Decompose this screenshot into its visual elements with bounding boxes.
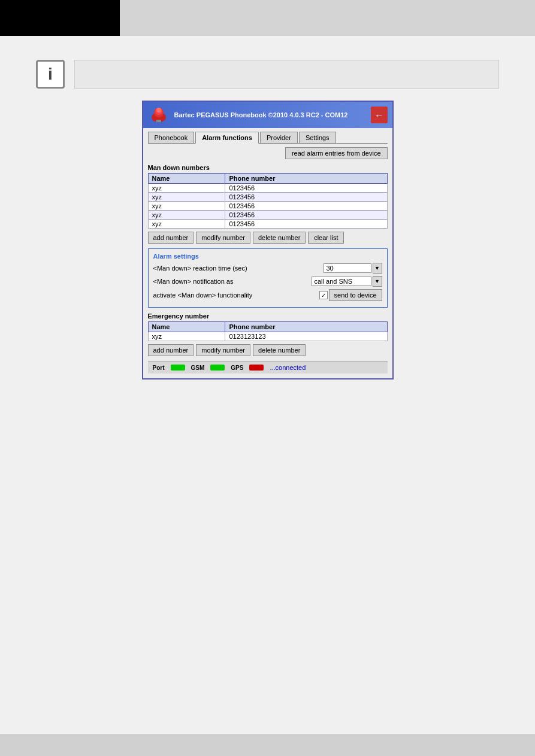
tab-provider[interactable]: Provider	[260, 132, 298, 143]
read-alarm-button[interactable]: read alarm entries from device	[285, 147, 388, 159]
phonebook-dialog: Bartec PEGASUS Phonebook ©2010 4.0.3 RC2…	[142, 101, 394, 379]
reaction-time-label: <Man down> reaction time (sec)	[153, 265, 324, 272]
row-name: xyz	[148, 184, 225, 193]
emerg-delete-button[interactable]: delete number	[253, 344, 306, 356]
emerg-col-phone: Phone number	[225, 322, 387, 332]
tab-alarm-functions[interactable]: Alarm functions	[195, 132, 259, 144]
table-row[interactable]: xyz0123456	[148, 202, 387, 211]
reaction-time-field-group: ▼	[324, 263, 382, 274]
notification-field-group: ▼	[312, 276, 382, 287]
exit-icon[interactable]: ←	[371, 107, 388, 123]
tab-phonebook[interactable]: Phonebook	[148, 132, 195, 143]
tabs-bar: Phonebook Alarm functions Provider Setti…	[148, 132, 388, 144]
info-section: i	[36, 60, 499, 89]
dialog-title-text: Bartec PEGASUS Phonebook ©2010 4.0.3 RC2…	[174, 111, 348, 119]
gsm-indicator	[210, 365, 225, 371]
modify-number-button[interactable]: modify number	[196, 232, 250, 244]
row-name: xyz	[148, 202, 225, 211]
dialog-body: Phonebook Alarm functions Provider Setti…	[143, 128, 392, 378]
activate-field-group: ✓ send to device	[319, 289, 382, 301]
col-name: Name	[148, 174, 225, 184]
row-name: xyz	[148, 332, 225, 341]
status-bar: Port GSM GPS ...connected	[148, 361, 388, 374]
emergency-section-label: Emergency number	[148, 312, 388, 320]
activate-checkbox[interactable]: ✓	[319, 291, 328, 299]
activate-row: activate <Man down> functionality ✓ send…	[153, 289, 382, 301]
info-text-box	[74, 60, 499, 89]
table-row[interactable]: xyz0123456	[148, 184, 387, 193]
emerg-add-button[interactable]: add number	[148, 344, 194, 356]
reaction-time-dropdown[interactable]: ▼	[373, 263, 382, 274]
man-down-btn-row: add number modify number delete number c…	[148, 232, 388, 244]
table-row[interactable]: xyz0123456	[148, 211, 387, 220]
add-number-button[interactable]: add number	[148, 232, 194, 244]
man-down-section-label: Man down numbers	[148, 164, 388, 171]
table-row[interactable]: xyz0123456	[148, 193, 387, 202]
delete-number-button[interactable]: delete number	[253, 232, 306, 244]
row-phone: 0123456	[225, 193, 387, 202]
row-name: xyz	[148, 220, 225, 229]
svg-text:←: ←	[374, 110, 384, 120]
gsm-label: GSM	[191, 365, 205, 371]
row-name: xyz	[148, 193, 225, 202]
notification-label: <Man down> notification as	[153, 278, 312, 285]
row-phone: 0123456	[225, 220, 387, 229]
gps-indicator	[249, 365, 264, 371]
header-black-area	[0, 0, 120, 36]
reaction-time-input[interactable]	[324, 263, 371, 273]
table-row[interactable]: xyz0123456	[148, 220, 387, 229]
svg-rect-3	[156, 120, 161, 122]
send-to-device-button[interactable]: send to device	[329, 289, 382, 301]
gps-label: GPS	[231, 365, 243, 371]
port-indicator	[171, 365, 185, 371]
alarm-settings-title: Alarm settings	[153, 253, 382, 260]
col-phone: Phone number	[225, 174, 387, 184]
tab-settings[interactable]: Settings	[299, 132, 336, 143]
dialog-wrapper: Bartec PEGASUS Phonebook ©2010 4.0.3 RC2…	[0, 101, 535, 379]
alarm-light-icon	[148, 104, 170, 126]
info-icon: i	[36, 60, 65, 89]
man-down-table: Name Phone number xyz0123456xyz0123456xy…	[148, 173, 388, 229]
alarm-settings-box: Alarm settings <Man down> reaction time …	[148, 248, 388, 308]
emerg-col-name: Name	[148, 322, 225, 332]
connected-text: ...connected	[270, 364, 306, 371]
emergency-btn-row: add number modify number delete number	[148, 344, 388, 356]
svg-point-4	[156, 108, 161, 113]
notification-dropdown[interactable]: ▼	[373, 276, 382, 287]
dialog-title-bar: Bartec PEGASUS Phonebook ©2010 4.0.3 RC2…	[143, 102, 392, 128]
notification-row: <Man down> notification as ▼	[153, 276, 382, 287]
row-phone: 0123123123	[225, 332, 387, 341]
activate-label: activate <Man down> functionality	[153, 292, 319, 299]
emerg-modify-button[interactable]: modify number	[196, 344, 250, 356]
table-row[interactable]: xyz0123123123	[148, 332, 387, 341]
row-phone: 0123456	[225, 202, 387, 211]
port-label: Port	[153, 365, 165, 371]
notification-input[interactable]	[312, 277, 371, 286]
row-name: xyz	[148, 211, 225, 220]
header-gray-area	[120, 0, 535, 36]
header-bar	[0, 0, 535, 36]
read-btn-row: read alarm entries from device	[148, 147, 388, 159]
clear-list-button[interactable]: clear list	[308, 232, 344, 244]
row-phone: 0123456	[225, 211, 387, 220]
emergency-table: Name Phone number xyz0123123123	[148, 321, 388, 341]
reaction-time-row: <Man down> reaction time (sec) ▼	[153, 263, 382, 274]
footer-bar	[0, 734, 535, 756]
row-phone: 0123456	[225, 184, 387, 193]
